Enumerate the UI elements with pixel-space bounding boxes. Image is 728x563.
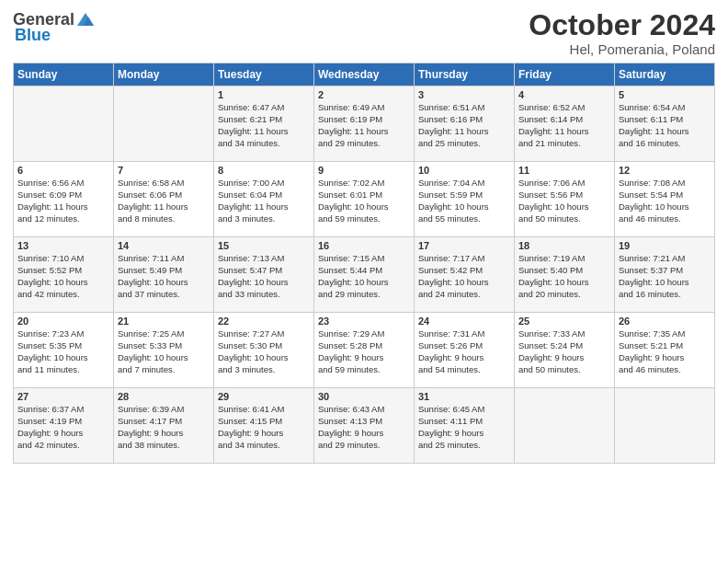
table-row: 3Sunrise: 6:51 AM Sunset: 6:16 PM Daylig… [415, 86, 515, 162]
table-row: 24Sunrise: 7:31 AM Sunset: 5:26 PM Dayli… [415, 313, 515, 388]
day-info: Sunrise: 7:25 AM Sunset: 5:33 PM Dayligh… [118, 328, 210, 375]
day-number: 31 [418, 391, 510, 402]
day-number: 26 [619, 316, 711, 327]
day-number: 8 [218, 165, 310, 176]
table-row: 14Sunrise: 7:11 AM Sunset: 5:49 PM Dayli… [114, 237, 214, 313]
day-number: 30 [318, 391, 410, 402]
table-row: 19Sunrise: 7:21 AM Sunset: 5:37 PM Dayli… [615, 237, 715, 313]
table-row: 28Sunrise: 6:39 AM Sunset: 4:17 PM Dayli… [114, 388, 214, 464]
day-info: Sunrise: 7:29 AM Sunset: 5:28 PM Dayligh… [318, 328, 410, 375]
day-number: 17 [418, 240, 510, 251]
table-row: 1Sunrise: 6:47 AM Sunset: 6:21 PM Daylig… [214, 86, 314, 162]
day-number: 25 [518, 316, 610, 327]
location-title: Hel, Pomerania, Poland [529, 41, 715, 57]
day-number: 9 [318, 165, 410, 176]
day-number: 24 [418, 316, 510, 327]
page: General Blue October 2024 Hel, Pomerania… [0, 0, 728, 469]
day-number: 7 [118, 165, 210, 176]
table-row: 26Sunrise: 7:35 AM Sunset: 5:21 PM Dayli… [615, 313, 715, 388]
calendar-table: Sunday Monday Tuesday Wednesday Thursday… [13, 63, 715, 464]
table-row [114, 86, 214, 162]
day-number: 20 [17, 316, 109, 327]
day-number: 23 [318, 316, 410, 327]
table-row: 30Sunrise: 6:43 AM Sunset: 4:13 PM Dayli… [314, 388, 415, 464]
day-info: Sunrise: 6:41 AM Sunset: 4:15 PM Dayligh… [218, 404, 310, 451]
day-info: Sunrise: 7:17 AM Sunset: 5:42 PM Dayligh… [418, 253, 510, 300]
table-row: 22Sunrise: 7:27 AM Sunset: 5:30 PM Dayli… [214, 313, 314, 388]
day-info: Sunrise: 6:39 AM Sunset: 4:17 PM Dayligh… [118, 404, 210, 451]
col-saturday: Saturday [615, 63, 715, 86]
logo: General Blue [13, 9, 96, 45]
day-number: 29 [218, 391, 310, 402]
day-info: Sunrise: 7:31 AM Sunset: 5:26 PM Dayligh… [418, 328, 510, 375]
table-row: 7Sunrise: 6:58 AM Sunset: 6:06 PM Daylig… [114, 162, 214, 237]
day-number: 13 [17, 240, 109, 251]
day-info: Sunrise: 7:27 AM Sunset: 5:30 PM Dayligh… [218, 328, 310, 375]
day-info: Sunrise: 7:15 AM Sunset: 5:44 PM Dayligh… [318, 253, 410, 300]
day-info: Sunrise: 6:37 AM Sunset: 4:19 PM Dayligh… [17, 404, 109, 451]
day-number: 6 [17, 165, 109, 176]
day-number: 28 [118, 391, 210, 402]
day-number: 27 [17, 391, 109, 402]
title-block: October 2024 Hel, Pomerania, Poland [529, 9, 715, 57]
day-info: Sunrise: 7:04 AM Sunset: 5:59 PM Dayligh… [418, 178, 510, 224]
table-row: 17Sunrise: 7:17 AM Sunset: 5:42 PM Dayli… [415, 237, 515, 313]
day-number: 4 [518, 89, 610, 100]
day-info: Sunrise: 6:58 AM Sunset: 6:06 PM Dayligh… [118, 178, 210, 224]
day-info: Sunrise: 6:49 AM Sunset: 6:19 PM Dayligh… [318, 102, 410, 149]
table-row: 10Sunrise: 7:04 AM Sunset: 5:59 PM Dayli… [415, 162, 515, 237]
logo-icon [75, 9, 96, 29]
table-row: 5Sunrise: 6:54 AM Sunset: 6:11 PM Daylig… [615, 86, 715, 162]
table-row: 11Sunrise: 7:06 AM Sunset: 5:56 PM Dayli… [515, 162, 615, 237]
table-row: 27Sunrise: 6:37 AM Sunset: 4:19 PM Dayli… [14, 388, 114, 464]
day-info: Sunrise: 7:33 AM Sunset: 5:24 PM Dayligh… [518, 328, 610, 375]
day-info: Sunrise: 6:45 AM Sunset: 4:11 PM Dayligh… [418, 404, 510, 451]
day-number: 21 [118, 316, 210, 327]
day-number: 15 [218, 240, 310, 251]
table-row: 23Sunrise: 7:29 AM Sunset: 5:28 PM Dayli… [314, 313, 415, 388]
day-info: Sunrise: 7:23 AM Sunset: 5:35 PM Dayligh… [17, 328, 109, 375]
table-row: 9Sunrise: 7:02 AM Sunset: 6:01 PM Daylig… [314, 162, 415, 237]
day-info: Sunrise: 7:06 AM Sunset: 5:56 PM Dayligh… [518, 178, 610, 224]
day-number: 2 [318, 89, 410, 100]
table-row: 8Sunrise: 7:00 AM Sunset: 6:04 PM Daylig… [214, 162, 314, 237]
day-info: Sunrise: 7:21 AM Sunset: 5:37 PM Dayligh… [619, 253, 711, 300]
day-number: 14 [118, 240, 210, 251]
day-info: Sunrise: 7:35 AM Sunset: 5:21 PM Dayligh… [619, 328, 711, 375]
table-row: 31Sunrise: 6:45 AM Sunset: 4:11 PM Dayli… [415, 388, 515, 464]
day-number: 5 [619, 89, 711, 100]
calendar-week-row: 6Sunrise: 6:56 AM Sunset: 6:09 PM Daylig… [14, 162, 715, 237]
table-row: 4Sunrise: 6:52 AM Sunset: 6:14 PM Daylig… [515, 86, 615, 162]
table-row: 16Sunrise: 7:15 AM Sunset: 5:44 PM Dayli… [314, 237, 415, 313]
col-thursday: Thursday [415, 63, 515, 86]
day-number: 22 [218, 316, 310, 327]
table-row: 15Sunrise: 7:13 AM Sunset: 5:47 PM Dayli… [214, 237, 314, 313]
header-row: Sunday Monday Tuesday Wednesday Thursday… [14, 63, 715, 86]
day-info: Sunrise: 7:08 AM Sunset: 5:54 PM Dayligh… [619, 178, 711, 224]
month-title: October 2024 [529, 9, 715, 41]
table-row: 29Sunrise: 6:41 AM Sunset: 4:15 PM Dayli… [214, 388, 314, 464]
day-info: Sunrise: 6:54 AM Sunset: 6:11 PM Dayligh… [619, 102, 711, 149]
table-row [14, 86, 114, 162]
col-tuesday: Tuesday [214, 63, 314, 86]
calendar-week-row: 13Sunrise: 7:10 AM Sunset: 5:52 PM Dayli… [14, 237, 715, 313]
day-number: 18 [518, 240, 610, 251]
day-info: Sunrise: 6:51 AM Sunset: 6:16 PM Dayligh… [418, 102, 510, 149]
day-info: Sunrise: 7:10 AM Sunset: 5:52 PM Dayligh… [17, 253, 109, 300]
calendar-week-row: 1Sunrise: 6:47 AM Sunset: 6:21 PM Daylig… [14, 86, 715, 162]
table-row: 18Sunrise: 7:19 AM Sunset: 5:40 PM Dayli… [515, 237, 615, 313]
table-row [615, 388, 715, 464]
day-info: Sunrise: 6:56 AM Sunset: 6:09 PM Dayligh… [17, 178, 109, 224]
col-friday: Friday [515, 63, 615, 86]
table-row: 25Sunrise: 7:33 AM Sunset: 5:24 PM Dayli… [515, 313, 615, 388]
day-number: 10 [418, 165, 510, 176]
day-number: 3 [418, 89, 510, 100]
table-row: 2Sunrise: 6:49 AM Sunset: 6:19 PM Daylig… [314, 86, 415, 162]
day-info: Sunrise: 7:00 AM Sunset: 6:04 PM Dayligh… [218, 178, 310, 224]
day-info: Sunrise: 7:19 AM Sunset: 5:40 PM Dayligh… [518, 253, 610, 300]
col-sunday: Sunday [14, 63, 114, 86]
day-number: 12 [619, 165, 711, 176]
day-info: Sunrise: 6:47 AM Sunset: 6:21 PM Dayligh… [218, 102, 310, 149]
day-info: Sunrise: 7:11 AM Sunset: 5:49 PM Dayligh… [118, 253, 210, 300]
calendar-body: 1Sunrise: 6:47 AM Sunset: 6:21 PM Daylig… [14, 86, 715, 464]
